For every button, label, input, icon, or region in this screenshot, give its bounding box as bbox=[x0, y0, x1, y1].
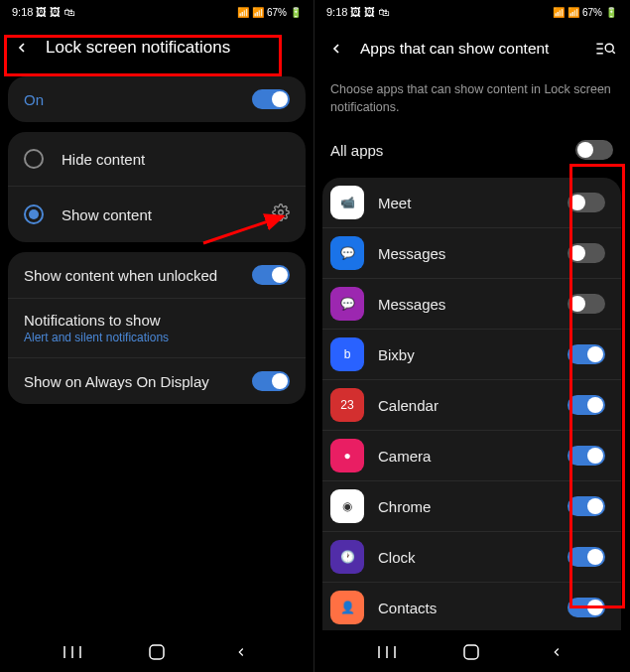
recents-button[interactable] bbox=[62, 641, 83, 663]
nav-bar bbox=[0, 630, 314, 672]
header: Apps that can show content bbox=[315, 24, 629, 73]
svg-rect-8 bbox=[464, 645, 478, 659]
battery: 67% bbox=[267, 7, 287, 18]
app-icon: 💬 bbox=[330, 236, 364, 270]
all-apps-row[interactable]: All apps bbox=[315, 126, 629, 174]
battery: 67% bbox=[582, 7, 602, 18]
header: Lock screen notifications bbox=[0, 24, 314, 71]
on-toggle[interactable] bbox=[252, 89, 290, 109]
svg-rect-1 bbox=[150, 645, 164, 659]
back-nav-button[interactable] bbox=[546, 641, 567, 663]
status-bar: 9:18 🖼🖼🛍 📶📶67%🔋 bbox=[315, 0, 629, 24]
app-row[interactable]: 23Calendar bbox=[322, 380, 621, 431]
home-button[interactable] bbox=[460, 641, 482, 663]
app-name-label: Messages bbox=[378, 296, 554, 313]
app-row[interactable]: bBixby bbox=[322, 330, 621, 380]
show-label: Show content bbox=[62, 206, 266, 223]
app-row[interactable]: 👤Contacts bbox=[322, 583, 621, 630]
unlocked-toggle[interactable] bbox=[252, 265, 290, 285]
app-toggle[interactable] bbox=[567, 344, 605, 364]
app-row[interactable]: 💬Messages bbox=[322, 279, 621, 330]
app-row[interactable]: ◉Chrome bbox=[322, 481, 621, 532]
app-row[interactable]: 🕐Clock bbox=[322, 532, 621, 583]
app-icon: b bbox=[330, 337, 364, 371]
app-toggle[interactable] bbox=[567, 496, 605, 516]
unlocked-row[interactable]: Show content when unlocked bbox=[8, 252, 306, 298]
aod-row[interactable]: Show on Always On Display bbox=[8, 357, 306, 404]
page-title: Lock screen notifications bbox=[46, 38, 302, 58]
app-row[interactable]: 💬Messages bbox=[322, 228, 621, 279]
app-icon: ● bbox=[330, 439, 364, 472]
home-button[interactable] bbox=[146, 641, 168, 663]
app-icon: 🕐 bbox=[330, 540, 364, 574]
app-toggle[interactable] bbox=[567, 294, 605, 314]
app-name-label: Chrome bbox=[378, 498, 554, 515]
all-apps-toggle[interactable] bbox=[575, 140, 613, 160]
show-radio[interactable] bbox=[24, 204, 44, 224]
clock: 9:18 bbox=[326, 6, 347, 18]
aod-toggle[interactable] bbox=[252, 371, 290, 391]
unlocked-label: Show content when unlocked bbox=[24, 267, 252, 284]
notif-label: Notifications to show bbox=[24, 312, 290, 329]
hide-radio[interactable] bbox=[24, 149, 44, 169]
app-name-label: Meet bbox=[378, 195, 554, 211]
search-icon[interactable] bbox=[595, 38, 617, 60]
app-icon: ◉ bbox=[330, 489, 364, 523]
app-name-label: Calendar bbox=[378, 397, 554, 414]
description: Choose apps that can show content in Loc… bbox=[315, 73, 629, 126]
back-button[interactable] bbox=[326, 39, 346, 59]
app-toggle[interactable] bbox=[567, 395, 605, 415]
all-apps-label: All apps bbox=[330, 142, 575, 159]
app-name-label: Clock bbox=[378, 549, 554, 566]
notifications-row[interactable]: Notifications to show Alert and silent n… bbox=[8, 298, 306, 357]
hide-label: Hide content bbox=[62, 151, 290, 168]
back-nav-button[interactable] bbox=[230, 641, 252, 663]
svg-line-7 bbox=[612, 51, 614, 53]
app-toggle[interactable] bbox=[567, 446, 605, 466]
nav-bar bbox=[315, 630, 629, 672]
app-toggle[interactable] bbox=[567, 547, 605, 567]
app-toggle[interactable] bbox=[567, 243, 605, 263]
app-icon: 23 bbox=[330, 388, 364, 422]
status-bar: 9:18 🖼🖼🛍 📶📶67%🔋 bbox=[0, 0, 314, 24]
back-button[interactable] bbox=[12, 38, 32, 58]
app-toggle[interactable] bbox=[567, 193, 605, 212]
aod-label: Show on Always On Display bbox=[24, 373, 252, 390]
app-icon: 👤 bbox=[330, 591, 364, 624]
app-list: 📹Meet💬Messages💬MessagesbBixby23Calendar●… bbox=[322, 178, 621, 630]
hide-content-row[interactable]: Hide content bbox=[8, 132, 306, 186]
app-toggle[interactable] bbox=[567, 598, 605, 617]
app-name-label: Bixby bbox=[378, 346, 554, 363]
app-name-label: Contacts bbox=[378, 600, 554, 616]
app-name-label: Messages bbox=[378, 245, 554, 262]
app-icon: 💬 bbox=[330, 287, 364, 321]
on-label: On bbox=[24, 91, 252, 108]
recents-button[interactable] bbox=[376, 641, 398, 663]
app-row[interactable]: ●Camera bbox=[322, 431, 621, 481]
svg-point-6 bbox=[605, 44, 613, 52]
notif-sub: Alert and silent notifications bbox=[24, 331, 290, 344]
svg-point-0 bbox=[279, 210, 284, 215]
app-row[interactable]: 📹Meet bbox=[322, 178, 621, 228]
app-icon: 📹 bbox=[330, 186, 364, 219]
app-name-label: Camera bbox=[378, 448, 554, 465]
gear-icon[interactable] bbox=[272, 203, 290, 225]
page-title: Apps that can show content bbox=[360, 40, 581, 58]
show-content-row[interactable]: Show content bbox=[8, 186, 306, 242]
on-row[interactable]: On bbox=[8, 76, 306, 122]
clock: 9:18 bbox=[12, 6, 33, 18]
